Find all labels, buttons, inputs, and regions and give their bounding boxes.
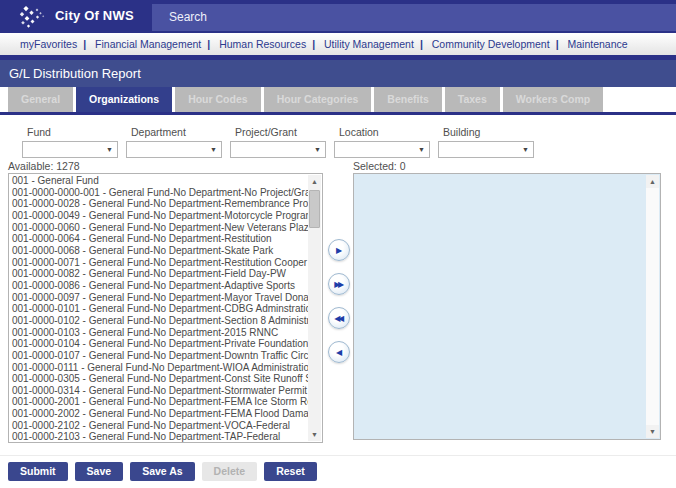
nav-item-financial-management[interactable]: Financial Management| <box>95 38 216 50</box>
content-footer-divider <box>0 455 676 456</box>
action-button-row: Submit Save Save As Delete Reset <box>8 462 317 481</box>
list-item[interactable]: 001-0000-0097 - General Fund-No Departme… <box>9 292 308 304</box>
filter-label: Project/Grant <box>230 126 334 138</box>
chevron-down-icon: ▼ <box>314 146 321 153</box>
filter-label: Department <box>126 126 230 138</box>
move-all-left-button[interactable]: ◀◀ <box>328 307 350 329</box>
list-item[interactable]: 001-0000-0028 - General Fund-No Departme… <box>9 198 308 210</box>
scroll-down-icon[interactable]: ▼ <box>308 428 321 441</box>
list-item[interactable]: 001-0000-0068 - General Fund-No Departme… <box>9 245 308 257</box>
app-header: City Of NWS Search <box>0 0 676 33</box>
filter-label: Building <box>438 126 542 138</box>
filter-row: Fund ▼ Department ▼ Project/Grant ▼ <box>22 126 542 158</box>
selected-list-items <box>354 175 646 439</box>
tab-benefits[interactable]: Benefits <box>374 87 441 112</box>
nav-separator: | <box>201 38 216 50</box>
filter-group: Location ▼ <box>334 126 438 158</box>
scrollbar-thumb[interactable] <box>309 190 320 228</box>
location-dropdown[interactable]: ▼ <box>334 141 430 158</box>
nav-item-human-resources[interactable]: Human Resources| <box>219 38 321 50</box>
tab-hour-codes[interactable]: Hour Codes <box>175 87 261 112</box>
nav-separator: | <box>306 38 321 50</box>
list-item[interactable]: 001-0000-0101 - General Fund-No Departme… <box>9 303 308 315</box>
tabs-underline <box>0 112 676 115</box>
selected-scrollbar[interactable]: ▲ ▼ <box>646 175 659 438</box>
list-item[interactable]: 001-0000-0000-001 - General Fund-No Depa… <box>9 187 308 199</box>
building-dropdown[interactable]: ▼ <box>438 141 534 158</box>
module-navbar: myFavorites| Financial Management| Human… <box>0 33 676 55</box>
nav-separator: | <box>414 38 429 50</box>
filter-label: Fund <box>22 126 126 138</box>
page-title-bar: G/L Distribution Report <box>0 60 676 87</box>
project-grant-dropdown[interactable]: ▼ <box>230 141 326 158</box>
scroll-up-icon[interactable]: ▲ <box>308 175 321 188</box>
move-right-button[interactable]: ▶ <box>328 239 350 261</box>
list-item[interactable]: 001-0000-0305 - General Fund-No Departme… <box>9 373 308 385</box>
nav-item-maintenance[interactable]: Maintenance| <box>568 38 628 50</box>
scroll-up-icon[interactable]: ▲ <box>646 175 659 188</box>
available-listbox[interactable]: 001 - General Fund 001-0000-0000-001 - G… <box>8 173 323 443</box>
list-item[interactable]: 001-0000-0049 - General Fund-No Departme… <box>9 210 308 222</box>
tab-hour-categories[interactable]: Hour Categories <box>264 87 372 112</box>
nav-separator: | <box>550 38 565 50</box>
page-title: G/L Distribution Report <box>0 60 676 87</box>
gl-distribution-report-page: City Of NWS Search myFavorites| Financia… <box>0 0 676 488</box>
report-tabs: General Organizations Hour Codes Hour Ca… <box>0 87 676 112</box>
available-scrollbar[interactable]: ▲ ▼ <box>308 175 321 441</box>
list-item[interactable]: 001-0000-0082 - General Fund-No Departme… <box>9 268 308 280</box>
delete-button[interactable]: Delete <box>202 462 258 481</box>
selected-listbox[interactable]: ▲ ▼ <box>353 173 661 440</box>
chevron-down-icon: ▼ <box>522 146 529 153</box>
save-as-button[interactable]: Save As <box>130 462 194 481</box>
list-item[interactable]: 001-0000-0102 - General Fund-No Departme… <box>9 315 308 327</box>
list-item[interactable]: 001-0000-2102 - General Fund-No Departme… <box>9 420 308 432</box>
selected-count-label: Selected: 0 <box>353 160 406 172</box>
search-input[interactable]: Search <box>152 4 676 31</box>
list-item[interactable]: 001-0000-0104 - General Fund-No Departme… <box>9 338 308 350</box>
tab-general[interactable]: General <box>8 87 73 112</box>
nav-item-community-development[interactable]: Community Development| <box>432 38 565 50</box>
list-item[interactable]: 001-0000-2001 - General Fund-No Departme… <box>9 396 308 408</box>
tab-workers-comp[interactable]: Workers Comp <box>503 87 604 112</box>
app-title: City Of NWS <box>55 8 134 23</box>
list-item[interactable]: 001-0000-0111 - General Fund-No Departme… <box>9 362 308 374</box>
filter-group: Building ▼ <box>438 126 542 158</box>
move-all-right-button[interactable]: ▶▶ <box>328 273 350 295</box>
list-item[interactable]: 001 - General Fund <box>9 175 308 187</box>
available-count-label: Available: 1278 <box>8 160 80 172</box>
submit-button[interactable]: Submit <box>8 462 68 481</box>
available-list-items: 001 - General Fund 001-0000-0000-001 - G… <box>9 175 308 442</box>
diamond-dots-logo-icon <box>19 5 46 29</box>
list-item[interactable]: 001-0000-0103 - General Fund-No Departme… <box>9 327 308 339</box>
reset-button[interactable]: Reset <box>264 462 317 481</box>
nav-item-myfavorites[interactable]: myFavorites| <box>20 38 92 50</box>
list-item[interactable]: 001-0000-0107 - General Fund-No Departme… <box>9 350 308 362</box>
scroll-down-icon[interactable]: ▼ <box>646 425 659 438</box>
list-item[interactable]: 001-0000-0064 - General Fund-No Departme… <box>9 233 308 245</box>
filter-label: Location <box>334 126 438 138</box>
filter-group: Department ▼ <box>126 126 230 158</box>
tab-taxes[interactable]: Taxes <box>445 87 500 112</box>
fund-dropdown[interactable]: ▼ <box>22 141 118 158</box>
chevron-down-icon: ▼ <box>106 146 113 153</box>
filter-group: Fund ▼ <box>22 126 126 158</box>
save-button[interactable]: Save <box>75 462 124 481</box>
chevron-down-icon: ▼ <box>210 146 217 153</box>
list-item[interactable]: 001-0000-0086 - General Fund-No Departme… <box>9 280 308 292</box>
list-item[interactable]: 001-0000-2002 - General Fund-No Departme… <box>9 408 308 420</box>
chevron-down-icon: ▼ <box>418 146 425 153</box>
nav-item-utility-management[interactable]: Utility Management| <box>324 38 429 50</box>
transfer-button-column: ▶ ▶▶ ◀◀ ◀ <box>328 239 350 375</box>
move-left-button[interactable]: ◀ <box>328 341 350 363</box>
nav-separator: | <box>77 38 92 50</box>
list-item[interactable]: 001-0000-0071 - General Fund-No Departme… <box>9 257 308 269</box>
list-item[interactable]: 001-0000-0060 - General Fund-No Departme… <box>9 222 308 234</box>
list-item[interactable]: 001-0000-2103 - General Fund-No Departme… <box>9 431 308 442</box>
list-item[interactable]: 001-0000-0314 - General Fund-No Departme… <box>9 385 308 397</box>
department-dropdown[interactable]: ▼ <box>126 141 222 158</box>
filter-group: Project/Grant ▼ <box>230 126 334 158</box>
tab-organizations[interactable]: Organizations <box>76 87 172 112</box>
